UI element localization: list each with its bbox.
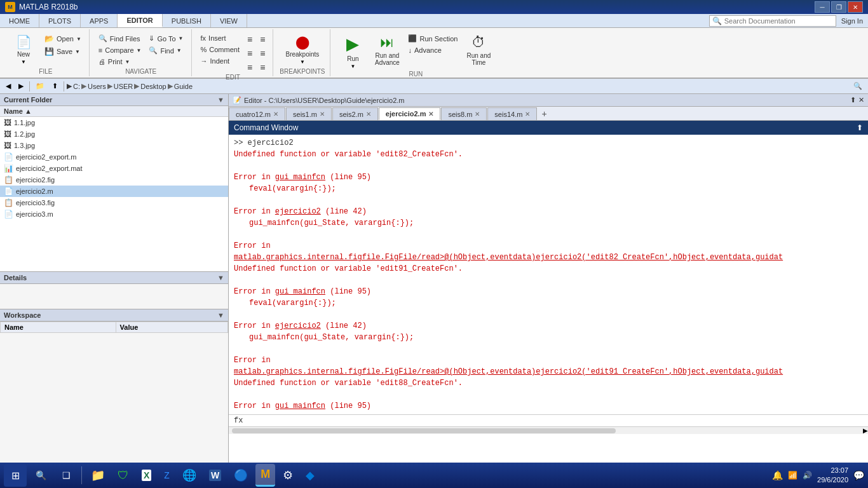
- taskbar-security[interactable]: 🛡: [112, 464, 134, 487]
- new-button[interactable]: 📄 New ▼: [8, 33, 39, 66]
- tab-close-seis8[interactable]: ✕: [475, 111, 480, 118]
- tab-publish[interactable]: PUBLISH: [163, 14, 211, 27]
- browse-button[interactable]: 📁: [32, 80, 48, 93]
- search-taskbar-button[interactable]: 🔍: [29, 464, 52, 487]
- gui-mainfcn-link[interactable]: gui_mainfcn: [275, 173, 325, 182]
- edit-btn3b[interactable]: ≡: [257, 47, 268, 60]
- run-button[interactable]: ▶ Run ▼: [337, 33, 369, 71]
- tab-seis14[interactable]: seis14.m ✕: [487, 107, 537, 120]
- print-button[interactable]: 🖨 Print ▼: [96, 57, 144, 67]
- restore-button[interactable]: ❐: [831, 1, 846, 13]
- tab-close-seis1[interactable]: ✕: [320, 111, 325, 118]
- find-files-button[interactable]: 🔍 Find Files: [96, 33, 144, 44]
- start-button[interactable]: ⊞: [4, 464, 27, 487]
- tab-cuatro12[interactable]: cuatro12.m ✕: [229, 107, 285, 120]
- insert-button[interactable]: fx Insert: [198, 33, 242, 43]
- scroll-thumb[interactable]: [232, 428, 616, 433]
- figfile-link2[interactable]: matlab.graphics.internal.figfile.FigFile…: [234, 367, 783, 376]
- tab-seis8[interactable]: seis8.m ✕: [441, 107, 487, 120]
- search-documentation-input[interactable]: [724, 17, 820, 25]
- command-window[interactable]: Command Window ⬆ >> ejercicio2 Undefined…: [229, 121, 868, 474]
- gui-mainfcn-link2[interactable]: gui_mainfcn: [275, 287, 325, 296]
- tab-seis1[interactable]: seis1.m ✕: [286, 107, 332, 120]
- taskbar-chrome[interactable]: 🔵: [229, 464, 253, 487]
- back-button[interactable]: ◀: [3, 80, 14, 93]
- scroll-right-arrow[interactable]: ▶: [863, 427, 868, 434]
- workspace-collapse[interactable]: ▼: [217, 311, 224, 319]
- horizontal-scrollbar[interactable]: ▶: [229, 426, 868, 434]
- edit-btn2a[interactable]: ≡: [245, 33, 255, 46]
- breadcrumb-c[interactable]: C:: [73, 83, 80, 90]
- tab-close-cuatro12[interactable]: ✕: [273, 111, 278, 118]
- list-item[interactable]: 🖼 1.1.jpg: [0, 117, 228, 128]
- advance-button[interactable]: ↓ Advance: [405, 45, 460, 55]
- tab-view[interactable]: VIEW: [211, 14, 247, 27]
- tab-close-seis14[interactable]: ✕: [525, 111, 530, 118]
- list-item[interactable]: 📊 ejercicio2_export.mat: [0, 163, 228, 174]
- tab-seis2[interactable]: seis2.m ✕: [332, 107, 378, 120]
- taskbar-edge[interactable]: 🌐: [177, 464, 201, 487]
- find-button[interactable]: 🔍 Find ▼: [146, 45, 186, 56]
- list-item[interactable]: 📋 ejercicio3.fig: [0, 197, 228, 208]
- tab-apps[interactable]: APPS: [81, 14, 118, 27]
- add-tab-button[interactable]: +: [538, 107, 550, 120]
- open-button[interactable]: 📂 Open ▼: [42, 33, 84, 44]
- editor-restore-icon[interactable]: ⬆: [850, 96, 856, 104]
- forward-button[interactable]: ▶: [15, 80, 27, 93]
- command-window-expand[interactable]: ⬆: [857, 123, 863, 132]
- tab-ejercicio2[interactable]: ejercicio2.m ✕: [379, 107, 441, 120]
- list-item[interactable]: 🖼 1.3.jpg: [0, 140, 228, 151]
- taskbar-vpn[interactable]: ◆: [301, 464, 320, 487]
- breakpoints-button[interactable]: ⬤ Breakpoints ▼: [283, 33, 322, 66]
- tab-close-ejercicio2[interactable]: ✕: [428, 111, 433, 118]
- tab-plots[interactable]: PLOTS: [39, 14, 81, 27]
- list-item[interactable]: 📄 ejercicio3.m: [0, 208, 228, 220]
- taskbar-excel[interactable]: X: [137, 464, 156, 487]
- figfile-link[interactable]: matlab.graphics.internal.figfile.FigFile…: [234, 253, 783, 262]
- save-button[interactable]: 💾 Save ▼: [42, 46, 84, 57]
- taskbar-matlab[interactable]: M: [255, 464, 275, 487]
- breadcrumb-desktop[interactable]: Desktop: [140, 83, 166, 90]
- current-folder-collapse[interactable]: ▼: [217, 96, 224, 104]
- search-documentation-box[interactable]: 🔍: [709, 15, 836, 27]
- edit-btn2b[interactable]: ≡: [245, 47, 255, 60]
- taskbar-word[interactable]: W: [204, 464, 226, 487]
- edit-btn3c[interactable]: ≡: [257, 61, 268, 74]
- run-section-button[interactable]: ⬛ Run Section: [405, 33, 460, 44]
- task-view-button[interactable]: ❑: [55, 464, 78, 487]
- editor-close-icon[interactable]: ✕: [858, 96, 864, 104]
- breadcrumb-guide[interactable]: Guide: [174, 83, 193, 90]
- details-collapse[interactable]: ▼: [217, 274, 224, 281]
- list-item-selected[interactable]: 📄 ejercicio2.m: [0, 186, 228, 197]
- taskbar-settings[interactable]: ⚙: [278, 464, 298, 487]
- run-and-time-button[interactable]: ⏱ Run andTime: [463, 33, 494, 67]
- breadcrumb-user[interactable]: USER: [114, 83, 133, 90]
- minimize-button[interactable]: ─: [815, 1, 830, 13]
- breadcrumb-part[interactable]: ▶: [67, 82, 72, 90]
- list-item[interactable]: 📋 ejercicio2.fig: [0, 174, 228, 186]
- goto-button[interactable]: ⇓ Go To ▼: [146, 33, 186, 44]
- comment-button[interactable]: % Comment: [198, 44, 242, 55]
- list-item[interactable]: 📄 ejercicio2_export.m: [0, 151, 228, 163]
- address-search-button[interactable]: 🔍: [850, 80, 865, 93]
- sign-in-link[interactable]: Sign In: [841, 17, 863, 25]
- close-button[interactable]: ✕: [848, 1, 863, 13]
- run-and-advance-button[interactable]: ⏭ Run andAdvance: [371, 33, 403, 67]
- notification-icon[interactable]: 💬: [853, 470, 864, 480]
- tab-home[interactable]: HOME: [0, 14, 39, 27]
- list-item[interactable]: 🖼 1.2.jpg: [0, 128, 228, 140]
- ejercicio2-link2[interactable]: ejercicio2: [275, 322, 321, 330]
- edit-btn3a[interactable]: ≡: [257, 33, 268, 46]
- breadcrumb-users[interactable]: Users: [88, 83, 106, 90]
- indent-button[interactable]: → Indent: [198, 56, 242, 66]
- up-button[interactable]: ⬆: [49, 80, 61, 93]
- tab-close-seis2[interactable]: ✕: [366, 111, 371, 118]
- system-clock[interactable]: 23:07 29/6/2020: [817, 466, 848, 485]
- compare-button[interactable]: ≡ Compare ▼: [96, 45, 144, 55]
- gui-mainfcn-link3[interactable]: gui_mainfcn: [275, 402, 325, 410]
- tab-editor[interactable]: EDITOR: [118, 14, 162, 27]
- taskbar-zoom[interactable]: Z: [159, 464, 175, 487]
- taskbar-explorer[interactable]: 📁: [86, 464, 110, 487]
- edit-btn2c[interactable]: ≡: [245, 61, 255, 74]
- ejercicio2-link[interactable]: ejercicio2: [275, 207, 321, 216]
